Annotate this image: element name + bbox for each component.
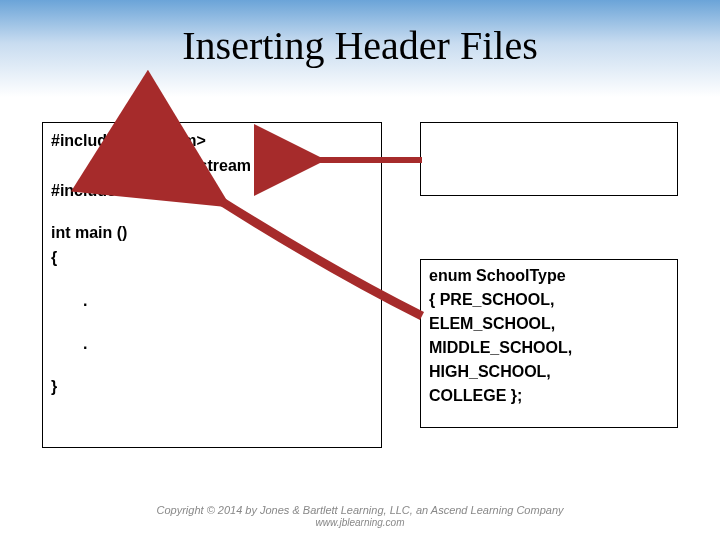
school-h-content-box: enum SchoolType { PRE_SCHOOL, ELEM_SCHOO… bbox=[420, 259, 678, 428]
code-line: int main () bbox=[51, 221, 373, 246]
code-line: { PRE_SCHOOL, bbox=[429, 288, 669, 312]
code-line: { bbox=[51, 246, 373, 271]
code-line: . bbox=[51, 332, 373, 357]
code-line: COLLEGE }; bbox=[429, 384, 669, 408]
code-line: #include <iostream> bbox=[51, 129, 373, 154]
footer-line2: www.jblearning.com bbox=[0, 517, 720, 528]
code-line: #include “school. h” bbox=[51, 179, 373, 204]
code-box-main: #include <iostream> // iostream #include… bbox=[42, 122, 382, 448]
code-line: ELEM_SCHOOL, bbox=[429, 312, 669, 336]
code-line: . bbox=[51, 289, 373, 314]
slide: Inserting Header Files #include <iostrea… bbox=[0, 0, 720, 540]
code-line: // iostream bbox=[51, 154, 373, 179]
copyright-footer: Copyright © 2014 by Jones & Bartlett Lea… bbox=[0, 504, 720, 528]
code-line: HIGH_SCHOOL, bbox=[429, 360, 669, 384]
blank-line bbox=[51, 203, 373, 221]
slide-title: Inserting Header Files bbox=[0, 0, 720, 69]
code-line: MIDDLE_SCHOOL, bbox=[429, 336, 669, 360]
blank-line bbox=[51, 271, 373, 289]
blank-line bbox=[51, 357, 373, 375]
footer-line1: Copyright © 2014 by Jones & Bartlett Lea… bbox=[157, 504, 564, 516]
code-line: enum SchoolType bbox=[429, 264, 669, 288]
code-line: } bbox=[51, 375, 373, 400]
iostream-content-box bbox=[420, 122, 678, 196]
blank-line bbox=[51, 314, 373, 332]
